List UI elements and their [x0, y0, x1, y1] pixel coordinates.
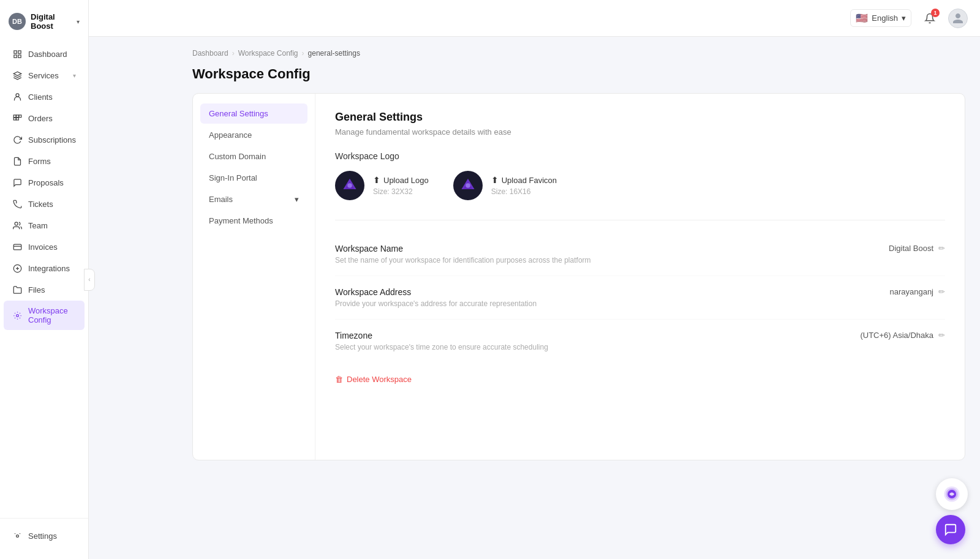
upload-favicon-icon: ⬆	[491, 175, 499, 185]
brand-chevron-icon: ▾	[77, 18, 80, 25]
user-avatar[interactable]	[948, 9, 968, 28]
workspace-address-edit-icon[interactable]: ✏	[938, 287, 945, 296]
workspace-address-desc: Provide your workspace's address for acc…	[335, 299, 537, 308]
sidebar-item-clients[interactable]: Clients	[4, 86, 85, 107]
sidebar-item-label-files: Files	[28, 285, 76, 295]
sidebar-item-label-forms: Forms	[28, 157, 76, 166]
settings-nav-appearance[interactable]: Appearance	[200, 125, 307, 145]
svg-point-11	[15, 222, 18, 225]
sidebar-item-proposals[interactable]: Proposals	[4, 172, 85, 193]
favicon-preview	[453, 171, 483, 200]
sidebar-item-team[interactable]: Team	[4, 215, 85, 236]
chat-widget-button[interactable]	[936, 515, 965, 544]
sidebar-item-label-subscriptions: Subscriptions	[28, 135, 76, 144]
svg-rect-3	[18, 54, 20, 57]
chat-support-widget[interactable]	[936, 478, 968, 510]
logo-preview	[335, 171, 364, 200]
sidebar-item-files[interactable]: Files	[4, 279, 85, 300]
settings-icon	[12, 531, 22, 541]
delete-workspace-label: Delete Workspace	[347, 375, 412, 384]
brand-avatar: DB	[9, 13, 26, 30]
workspace-logo-title: Workspace Logo	[335, 151, 945, 161]
logo-upload-info: ⬆ Upload Logo Size: 32X32	[373, 175, 429, 196]
sidebar-toggle-button[interactable]: ‹	[84, 269, 95, 291]
tickets-icon	[12, 199, 22, 209]
settings-nav-general[interactable]: General Settings	[200, 103, 307, 124]
svg-rect-0	[13, 50, 16, 53]
services-chevron-icon: ▾	[73, 72, 76, 79]
proposals-icon	[12, 178, 22, 187]
upload-logo-button[interactable]: ⬆ Upload Logo	[373, 175, 429, 185]
svg-rect-9	[13, 118, 16, 120]
sidebar-item-integrations[interactable]: Integrations	[4, 258, 85, 279]
timezone-value-area: (UTC+6) Asia/Dhaka ✏	[860, 331, 945, 340]
timezone-edit-icon[interactable]: ✏	[938, 331, 945, 340]
delete-workspace-button[interactable]: 🗑 Delete Workspace	[335, 375, 412, 384]
language-label: English	[872, 13, 898, 23]
breadcrumb-dashboard[interactable]: Dashboard	[192, 49, 228, 58]
flag-icon: 🇺🇸	[856, 12, 868, 24]
lang-chevron-icon: ▾	[902, 13, 906, 23]
sidebar-item-label-settings: Settings	[28, 531, 76, 541]
notification-badge: 1	[931, 9, 940, 17]
workspace-name-row: Workspace Name Set the name of your work…	[335, 233, 945, 276]
brand-name: Digital Boost	[31, 12, 72, 31]
notification-button[interactable]: 1	[920, 9, 940, 28]
sidebar-item-forms[interactable]: Forms	[4, 151, 85, 171]
main-content: Dashboard › Workspace Config › general-s…	[178, 37, 980, 559]
svg-point-24	[466, 183, 470, 188]
sidebar-item-label-services: Services	[28, 71, 67, 80]
settings-nav-sign-in-portal[interactable]: Sign-In Portal	[200, 168, 307, 188]
svg-rect-2	[13, 54, 16, 57]
sidebar-item-label-integrations: Integrations	[28, 264, 76, 273]
sidebar-nav: Dashboard Services ▾ Clients Orders	[0, 40, 88, 518]
upload-favicon-label: Upload Favicon	[502, 176, 557, 185]
sidebar-item-tickets[interactable]: Tickets	[4, 193, 85, 214]
settings-nav-custom-domain-label: Custom Domain	[209, 152, 266, 161]
upload-logo-icon: ⬆	[373, 175, 380, 185]
sidebar-item-dashboard[interactable]: Dashboard	[4, 43, 85, 64]
svg-rect-1	[18, 50, 20, 53]
workspace-name-label: Workspace Name	[335, 244, 591, 253]
workspace-name-value-area: Digital Boost ✏	[889, 244, 945, 253]
settings-nav-custom-domain[interactable]: Custom Domain	[200, 146, 307, 167]
upload-favicon-button[interactable]: ⬆ Upload Favicon	[491, 175, 557, 185]
language-selector[interactable]: 🇺🇸 English ▾	[850, 9, 911, 27]
upload-logo-label: Upload Logo	[383, 176, 429, 185]
clients-icon	[12, 92, 22, 102]
sidebar-item-workspace-config[interactable]: Workspace Config	[4, 301, 85, 330]
settings-nav-emails-label: Emails	[209, 195, 233, 204]
sidebar-item-label-team: Team	[28, 221, 76, 230]
orders-icon	[12, 113, 22, 123]
settings-nav-payment-methods[interactable]: Payment Methods	[200, 211, 307, 231]
sidebar-bottom: Settings	[0, 518, 88, 559]
integrations-icon	[12, 263, 22, 273]
logo-size-label: Size: 32X32	[373, 187, 429, 196]
brand-button[interactable]: DB Digital Boost ▾	[0, 0, 88, 40]
settings-nav-general-label: General Settings	[209, 109, 268, 118]
svg-point-17	[16, 314, 18, 317]
svg-marker-4	[13, 72, 21, 75]
workspace-name-value: Digital Boost	[889, 244, 933, 253]
workspace-address-value-area: narayanganj ✏	[889, 287, 945, 296]
sidebar-item-services[interactable]: Services ▾	[4, 65, 85, 86]
workspace-address-value: narayanganj	[889, 287, 933, 296]
settings-nav-emails[interactable]: Emails ▾	[200, 189, 307, 209]
forms-icon	[12, 156, 22, 166]
timezone-desc: Select your workspace's time zone to ens…	[335, 343, 548, 351]
sidebar-item-label-tickets: Tickets	[28, 200, 76, 209]
settings-nav-appearance-label: Appearance	[209, 130, 252, 140]
timezone-row: Timezone Select your workspace's time zo…	[335, 320, 945, 362]
settings-nav-sign-in-portal-label: Sign-In Portal	[209, 173, 257, 182]
settings-nav-panel: General Settings Appearance Custom Domai…	[193, 94, 315, 460]
emails-chevron-icon: ▾	[295, 195, 299, 204]
sidebar-item-subscriptions[interactable]: Subscriptions	[4, 129, 85, 150]
sidebar-item-settings[interactable]: Settings	[4, 525, 85, 546]
sidebar-item-invoices[interactable]: Invoices	[4, 236, 85, 257]
workspace-name-desc: Set the name of your workspace for ident…	[335, 256, 591, 264]
timezone-info: Timezone Select your workspace's time zo…	[335, 331, 548, 351]
workspace-name-edit-icon[interactable]: ✏	[938, 244, 945, 253]
sidebar-item-orders[interactable]: Orders	[4, 108, 85, 129]
breadcrumb-workspace-config[interactable]: Workspace Config	[238, 49, 298, 58]
svg-rect-6	[13, 114, 16, 117]
